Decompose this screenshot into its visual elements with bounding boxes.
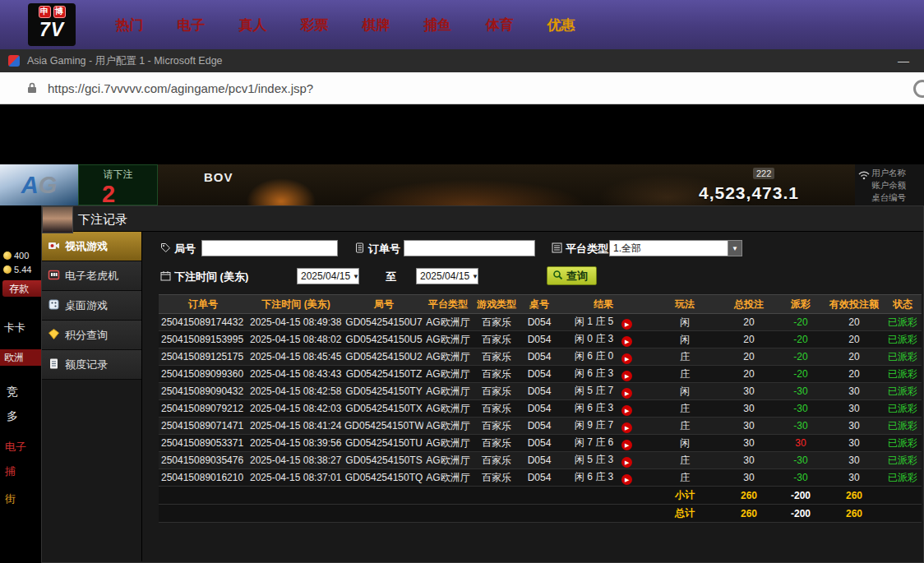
cell-order: 250415089079212 bbox=[159, 400, 247, 418]
sidebar-item-points-query[interactable]: 积分查询 bbox=[42, 321, 141, 350]
slot-machine-icon bbox=[48, 269, 60, 284]
replay-button[interactable]: ▶ bbox=[621, 319, 632, 330]
cell-round: GD054254150U7 bbox=[344, 314, 423, 331]
search-button[interactable]: 查询 bbox=[547, 266, 597, 285]
cell-valid-bet: 20 bbox=[825, 314, 884, 331]
cell-table: D054 bbox=[520, 435, 558, 452]
sidebar-item-credit-records[interactable]: 额度记录 bbox=[42, 350, 141, 380]
replay-button[interactable]: ▶ bbox=[621, 422, 632, 433]
cell-valid-bet: 30 bbox=[825, 383, 884, 400]
platform-type-select[interactable]: 1.全部 ▼ bbox=[609, 240, 742, 256]
sidebar-item-table-games[interactable]: 桌面游戏 bbox=[42, 291, 141, 321]
lobby-sidebar-fragments: 400 5.44 存款 卡卡 欧洲 竞 多 电子 捕 街 bbox=[0, 205, 41, 563]
cell-round: GD054254150U5 bbox=[344, 331, 423, 348]
replay-button[interactable]: ▶ bbox=[621, 388, 632, 399]
cell-valid-bet: 30 bbox=[825, 452, 884, 469]
col-header-payout: 派彩 bbox=[777, 295, 825, 314]
cell-round: GD054254150TW bbox=[344, 418, 423, 435]
replay-button[interactable]: ▶ bbox=[621, 336, 632, 347]
cell-playtype: 庄 bbox=[649, 418, 721, 435]
sidebar-item-slot-machines[interactable]: 电子老虎机 bbox=[42, 261, 141, 291]
cell-game-type: 百家乐 bbox=[473, 383, 520, 400]
cell-table: D054 bbox=[520, 383, 558, 400]
table-row: 250415089079212 2025-04-15 08:42:03 GD05… bbox=[159, 400, 922, 418]
cell-game-type: 百家乐 bbox=[473, 348, 520, 366]
round-number-input[interactable] bbox=[201, 240, 338, 256]
cell-time: 2025-04-15 08:49:38 bbox=[247, 314, 344, 331]
date-to-select[interactable]: 2025/04/15 ▼ bbox=[416, 268, 478, 284]
cell-result: 闲 1 庄 5▶ bbox=[558, 314, 649, 331]
cell-valid-bet: 20 bbox=[825, 331, 884, 348]
cell-order: 250415089035476 bbox=[159, 452, 247, 469]
cell-result: 闲 5 庄 7▶ bbox=[558, 383, 649, 400]
replay-button[interactable]: ▶ bbox=[621, 440, 632, 450]
cell-platform: AG欧洲厅 bbox=[423, 418, 473, 435]
bet-prompt-panel: 请下注 2 bbox=[78, 164, 158, 205]
sidebar-item-live-games[interactable]: 视讯游戏 bbox=[42, 232, 141, 261]
cell-platform: AG欧洲厅 bbox=[423, 348, 473, 366]
cell-playtype: 庄 bbox=[649, 366, 721, 383]
nav-item-fishing[interactable]: 捕鱼 bbox=[407, 16, 469, 35]
nav-item-promotions[interactable]: 优惠 bbox=[530, 16, 592, 35]
nav-item-lottery[interactable]: 彩票 bbox=[284, 16, 345, 35]
tag-icon bbox=[160, 242, 171, 256]
chevron-down-icon: ▼ bbox=[353, 273, 359, 280]
magnifier-icon bbox=[552, 270, 563, 283]
replay-button[interactable]: ▶ bbox=[621, 371, 632, 381]
window-title: Asia Gaming - 用户配置 1 - Microsoft Edge bbox=[27, 54, 223, 68]
casino-video-blur: BOV 222 4,523,473.1 bbox=[158, 164, 855, 205]
cell-total-bet: 30 bbox=[721, 400, 777, 418]
cell-game-type: 百家乐 bbox=[473, 400, 520, 418]
coin-icon bbox=[3, 252, 12, 260]
cell-playtype: 闲 bbox=[649, 435, 721, 452]
modal-title: 下注记录 bbox=[42, 206, 923, 232]
replay-button[interactable]: ▶ bbox=[621, 474, 632, 485]
bet-records-table: 订单号 下注时间 (美东) 局号 平台类型 游戏类型 桌号 结果 玩法 总投注 … bbox=[159, 294, 922, 523]
nav-item-sports[interactable]: 体育 bbox=[469, 16, 530, 35]
page: AG 请下注 2 BOV 222 4,523,473.1 用户名称 账户余额 桌… bbox=[0, 104, 924, 563]
replay-button[interactable]: ▶ bbox=[621, 405, 632, 416]
cell-playtype: 庄 bbox=[649, 348, 721, 366]
cell-payout: -30 bbox=[777, 452, 825, 469]
minimize-button[interactable]: — bbox=[898, 54, 909, 67]
cell-status: 已派彩 bbox=[884, 469, 922, 487]
cell-total-bet: 30 bbox=[721, 469, 777, 487]
nav-item-live[interactable]: 真人 bbox=[222, 16, 284, 35]
cell-time: 2025-04-15 08:38:27 bbox=[247, 452, 344, 469]
cell-round: GD054254150TU bbox=[344, 435, 423, 452]
cell-status: 已派彩 bbox=[884, 366, 922, 383]
browser-titlebar: Asia Gaming - 用户配置 1 - Microsoft Edge — bbox=[0, 49, 924, 72]
cell-platform: AG欧洲厅 bbox=[423, 452, 473, 469]
cell-status: 已派彩 bbox=[884, 435, 922, 452]
replay-button[interactable]: ▶ bbox=[621, 353, 632, 364]
col-header-round: 局号 bbox=[344, 295, 423, 314]
round-number-label: 局号 bbox=[160, 242, 196, 256]
cell-round: GD054254150TY bbox=[344, 383, 423, 400]
table-info-panel: 用户名称 账户余额 桌台编号 bbox=[855, 164, 924, 205]
sidebar-item-label: 电子老虎机 bbox=[65, 269, 118, 284]
replay-button[interactable]: ▶ bbox=[621, 457, 632, 468]
nav-item-slots[interactable]: 电子 bbox=[160, 16, 222, 35]
cell-payout: -30 bbox=[777, 418, 825, 435]
cell-platform: AG欧洲厅 bbox=[423, 366, 473, 383]
lock-icon bbox=[26, 81, 38, 95]
lobby-label-europe: 欧洲 bbox=[0, 349, 41, 366]
browser-profile-icon[interactable] bbox=[913, 80, 924, 98]
cell-time: 2025-04-15 08:42:03 bbox=[247, 400, 344, 418]
cell-payout: -20 bbox=[777, 348, 825, 366]
col-header-total-bet: 总投注 bbox=[721, 295, 777, 314]
subtotal-row: 小计 260 -200 260 bbox=[159, 487, 922, 505]
cell-table: D054 bbox=[520, 469, 558, 487]
deposit-button[interactable]: 存款 bbox=[2, 280, 41, 297]
favicon-icon bbox=[8, 55, 20, 67]
date-from-select[interactable]: 2025/04/15 ▼ bbox=[297, 268, 359, 284]
order-number-input[interactable] bbox=[404, 240, 535, 256]
url-text[interactable]: https://gci.7vvvvv.com/agingame/pcv1/ind… bbox=[48, 81, 313, 95]
lobby-label-bu: 捕 bbox=[5, 464, 16, 479]
lobby-label-kaka: 卡卡 bbox=[4, 321, 25, 335]
cell-valid-bet: 20 bbox=[825, 366, 884, 383]
nav-item-board-games[interactable]: 棋牌 bbox=[345, 16, 407, 35]
nav-item-hot[interactable]: 热门 bbox=[99, 16, 160, 35]
date-range-to-label: 至 bbox=[386, 270, 396, 284]
site-logo[interactable]: 申 博 7V bbox=[28, 3, 76, 46]
